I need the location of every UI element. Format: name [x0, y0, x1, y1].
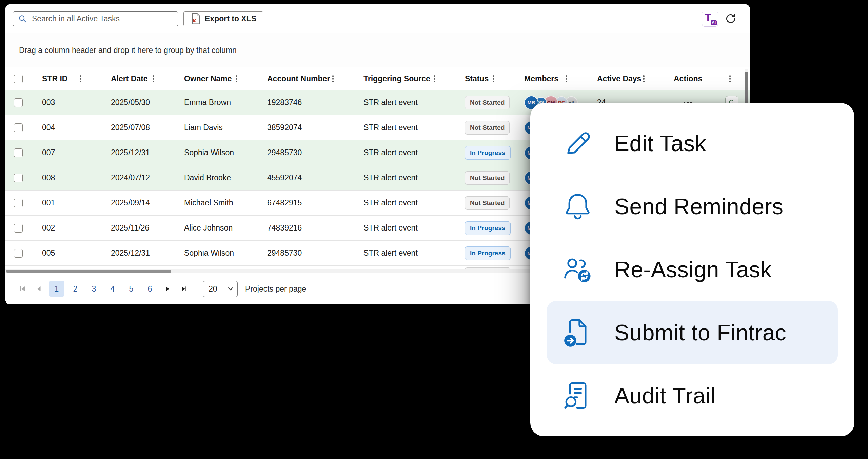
page-button-4[interactable]: 4	[105, 281, 120, 297]
account-number-cell: 19283746	[257, 98, 353, 107]
select-all-cell	[5, 75, 32, 83]
str-id-cell: 004	[32, 123, 100, 132]
bell-icon	[562, 191, 593, 222]
page-button-6[interactable]: 6	[142, 281, 158, 297]
column-menu-icon[interactable]	[331, 74, 336, 84]
group-by-drop-zone[interactable]: Drag a column header and drop it here to…	[5, 33, 750, 67]
triggering-source-cell: STR alert event	[353, 223, 454, 233]
account-number-cell: 74839216	[257, 223, 353, 233]
row-checkbox[interactable]	[14, 224, 23, 233]
column-header-triggering-source[interactable]: Triggering Source	[353, 74, 454, 84]
str-id-cell: 001	[32, 198, 100, 207]
owner-name-cell: Alice Johnson	[174, 223, 257, 233]
column-header-active-days[interactable]: Active Days	[587, 74, 663, 84]
export-xls-button[interactable]: Export to XLS	[183, 11, 263, 26]
column-label: Actions	[674, 74, 702, 83]
column-label: Account Number	[267, 74, 330, 83]
triggering-source-cell: STR alert event	[353, 123, 454, 132]
account-number-cell: 45592074	[257, 173, 353, 182]
column-header-members[interactable]: Members	[514, 74, 587, 84]
column-menu-icon[interactable]	[641, 74, 646, 84]
chevron-down-icon	[228, 287, 233, 291]
status-badge: Not Started	[465, 96, 510, 109]
alert-date-cell: 2025/07/08	[100, 123, 174, 132]
row-checkbox-cell	[5, 224, 32, 233]
column-menu-icon[interactable]	[564, 74, 569, 84]
column-menu-icon[interactable]	[491, 74, 496, 84]
column-label: Alert Date	[111, 74, 148, 83]
triggering-source-cell: STR alert event	[353, 198, 454, 207]
owner-name-cell: David Brooke	[174, 173, 257, 182]
menu-item-edit-task[interactable]: Edit Task	[547, 112, 838, 175]
column-header-actions[interactable]: Actions	[663, 74, 750, 84]
last-page-button[interactable]	[177, 282, 191, 296]
menu-item-audit-trail[interactable]: Audit Trail	[547, 364, 838, 427]
document-submit-icon	[562, 317, 593, 348]
page-size-select[interactable]: 20	[203, 281, 238, 297]
triggering-source-cell: STR alert event	[353, 148, 454, 157]
first-page-button[interactable]	[16, 282, 29, 296]
people-sync-icon	[562, 254, 593, 285]
row-checkbox[interactable]	[14, 249, 23, 258]
page-size-value: 20	[209, 284, 217, 294]
export-xls-icon	[191, 13, 201, 25]
status-badge: In Progress	[465, 246, 511, 260]
column-menu-icon[interactable]	[78, 74, 83, 84]
column-menu-icon[interactable]	[728, 74, 733, 84]
alert-date-cell: 2025/12/31	[100, 148, 174, 157]
account-number-cell: 29485730	[257, 248, 353, 258]
search-input[interactable]	[13, 11, 178, 26]
last-page-icon	[180, 285, 188, 293]
alert-date-cell: 2025/12/31	[100, 248, 174, 258]
status-badge: Not Started	[465, 196, 510, 210]
toolbar: Export to XLS T AI	[5, 4, 750, 33]
alert-date-cell: 2025/11/26	[100, 223, 174, 233]
search-input-field[interactable]	[31, 14, 173, 24]
select-all-checkbox[interactable]	[14, 75, 23, 83]
menu-item-send-reminders[interactable]: Send Reminders	[547, 175, 838, 238]
status-badge: In Progress	[465, 221, 511, 235]
status-cell: In Progress	[454, 146, 514, 160]
row-checkbox[interactable]	[14, 98, 23, 107]
status-badge: Not Started	[465, 121, 510, 135]
user-avatar[interactable]: T AI	[702, 11, 718, 27]
context-menu: Edit TaskSend RemindersRe-Assign TaskSub…	[530, 103, 854, 436]
menu-item-re-assign-task[interactable]: Re-Assign Task	[547, 238, 838, 301]
page-button-3[interactable]: 3	[86, 281, 102, 297]
page-button-2[interactable]: 2	[67, 281, 83, 297]
column-menu-icon[interactable]	[432, 74, 437, 84]
menu-item-label: Edit Task	[614, 131, 706, 156]
column-label: STR ID	[42, 74, 67, 83]
owner-name-cell: Emma Brown	[174, 98, 257, 107]
previous-page-button[interactable]	[32, 282, 46, 296]
column-menu-icon[interactable]	[234, 74, 239, 84]
status-badge: In Progress	[465, 146, 511, 160]
horizontal-scrollbar-thumb[interactable]	[6, 270, 171, 273]
str-id-cell: 002	[32, 223, 100, 233]
menu-item-label: Submit to Fintrac	[614, 320, 786, 345]
prev-page-icon	[35, 285, 43, 293]
row-checkbox[interactable]	[14, 174, 23, 182]
menu-item-submit-to-fintrac[interactable]: Submit to Fintrac	[547, 301, 838, 364]
owner-name-cell: Liam Davis	[174, 123, 257, 132]
row-checkbox[interactable]	[14, 199, 23, 207]
column-header-account-number[interactable]: Account Number	[257, 74, 353, 84]
document-search-icon	[562, 380, 593, 411]
page-button-5[interactable]: 5	[123, 281, 139, 297]
str-id-cell: 005	[32, 248, 100, 258]
refresh-button[interactable]	[724, 12, 738, 26]
column-header-alert-date[interactable]: Alert Date	[100, 74, 174, 84]
column-header-status[interactable]: Status	[454, 74, 514, 84]
per-page-label: Projects per page	[245, 284, 306, 294]
page-button-1[interactable]: 1	[49, 281, 64, 297]
row-checkbox-cell	[5, 174, 32, 182]
row-checkbox-cell	[5, 123, 32, 132]
column-header-owner-name[interactable]: Owner Name	[174, 74, 257, 84]
str-id-cell: 003	[32, 98, 100, 107]
next-page-button[interactable]	[161, 282, 174, 296]
column-header-str-id[interactable]: STR ID	[32, 74, 100, 84]
row-checkbox[interactable]	[14, 148, 23, 157]
column-label: Owner Name	[184, 74, 232, 83]
row-checkbox[interactable]	[14, 123, 23, 132]
column-menu-icon[interactable]	[151, 74, 156, 84]
